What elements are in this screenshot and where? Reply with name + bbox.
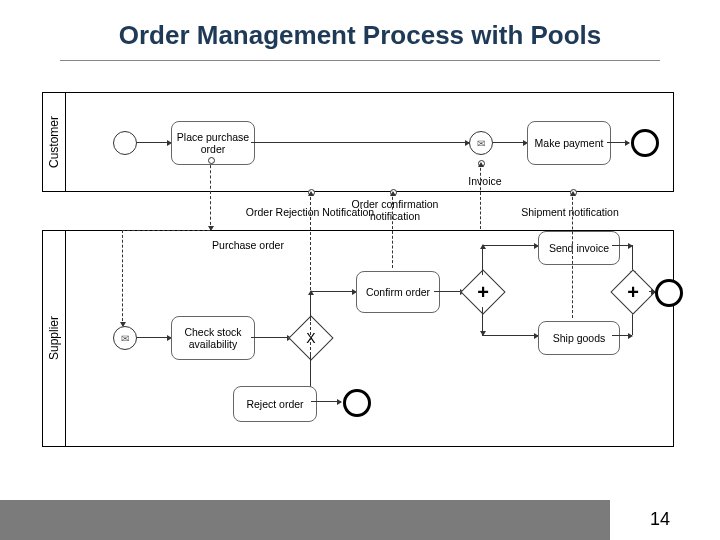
label-invoice: Invoice xyxy=(460,175,510,187)
flow-arrow xyxy=(310,291,356,292)
end-event-customer xyxy=(631,129,659,157)
task-ship-goods: Ship goods xyxy=(538,321,620,355)
task-confirm-order: Confirm order xyxy=(356,271,440,313)
gateway-parallel-join xyxy=(610,269,655,314)
task-make-payment: Make payment xyxy=(527,121,611,165)
start-event-customer xyxy=(113,131,137,155)
label-purchase-order: Purchase order xyxy=(208,239,288,251)
end-event-supplier-success xyxy=(655,279,683,307)
flow-arrow xyxy=(311,401,341,402)
pool-supplier-label: Supplier xyxy=(43,231,66,446)
page-number: 14 xyxy=(650,509,670,530)
flow-arrow xyxy=(493,142,527,143)
pool-supplier: Supplier Check stock availability Confir… xyxy=(42,230,674,447)
message-catch-event xyxy=(469,131,493,155)
label-order-confirmation: Order confirmation notification xyxy=(340,198,450,222)
message-flow-purchase-order xyxy=(210,160,211,230)
flow-arrow xyxy=(137,142,171,143)
flow-arrow xyxy=(482,307,483,335)
message-flow xyxy=(122,230,123,326)
message-start-event-supplier xyxy=(113,326,137,350)
flow-arrow xyxy=(612,245,632,246)
pool-customer: Customer Place purchase order Make payme… xyxy=(42,92,674,192)
flow-arrow xyxy=(482,335,538,336)
gateway-parallel-split xyxy=(460,269,505,314)
flow-arrow xyxy=(251,142,469,143)
end-event-supplier-reject xyxy=(343,389,371,417)
task-check-stock: Check stock availability xyxy=(171,316,255,360)
title-underline xyxy=(60,60,660,61)
pool-customer-label: Customer xyxy=(43,93,66,191)
flow-arrow xyxy=(482,245,483,275)
message-flow-invoice xyxy=(480,163,481,229)
task-reject-order: Reject order xyxy=(233,386,317,422)
task-send-invoice: Send invoice xyxy=(538,231,620,265)
message-flow xyxy=(122,230,210,231)
gateway-exclusive xyxy=(288,315,333,360)
flow-arrow xyxy=(137,337,171,338)
flow-arrow xyxy=(251,337,291,338)
flow-arrow xyxy=(612,335,632,336)
slide: Order Management Process with Pools Cust… xyxy=(0,0,720,540)
message-flow-rejection xyxy=(310,192,311,385)
slide-title: Order Management Process with Pools xyxy=(0,20,720,51)
flow-arrow xyxy=(607,142,629,143)
label-shipment: Shipment notification xyxy=(510,206,630,218)
flow-arrow xyxy=(482,245,538,246)
